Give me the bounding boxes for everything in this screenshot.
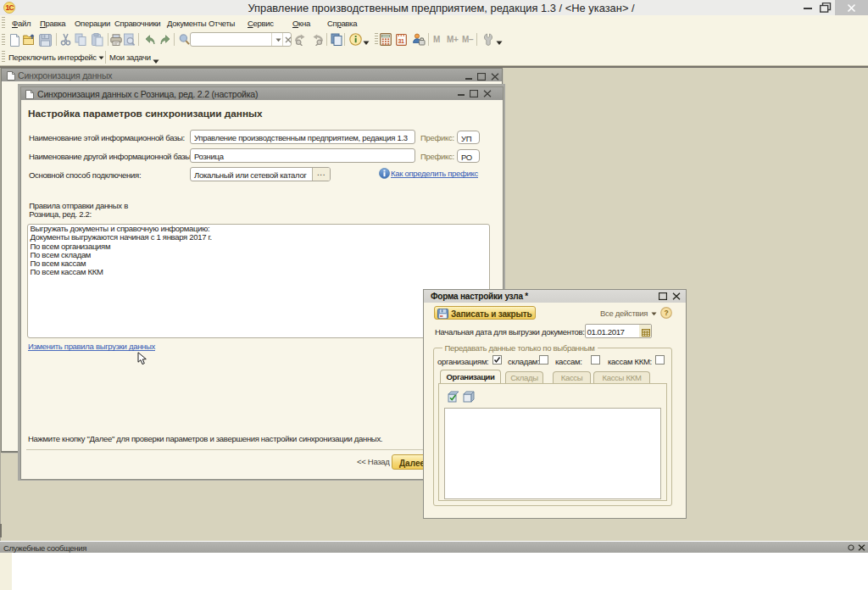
svg-text:?: ? xyxy=(665,309,669,317)
svg-text:31: 31 xyxy=(398,38,404,44)
svg-text:1С: 1С xyxy=(5,3,14,12)
